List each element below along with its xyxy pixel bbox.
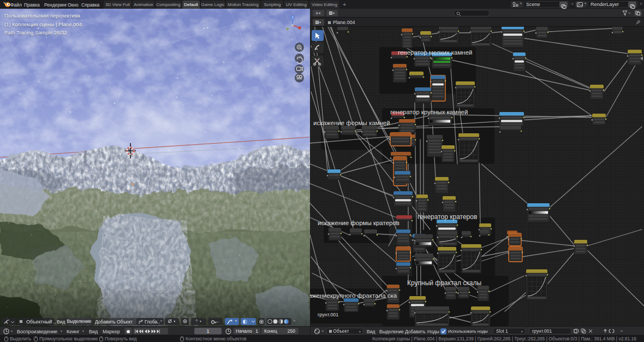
svg-text:кажениекрупного фрактала ска: кажениекрупного фрактала ска xyxy=(310,292,397,299)
svg-text:грунт.001: грунт.001 xyxy=(318,312,338,317)
svg-text:Z: Z xyxy=(291,16,293,19)
svg-text:генератор кратеров: генератор кратеров xyxy=(418,213,477,221)
svg-text:Крупный фрактал скалы: Крупный фрактал скалы xyxy=(407,279,481,287)
svg-text:генератор крупных камней: генератор крупных камней xyxy=(390,109,468,115)
svg-text:искажение формы кратеров: искажение формы кратеров xyxy=(318,220,399,226)
svg-text:искажение формы камней: искажение формы камней xyxy=(313,120,390,126)
svg-text:генератор мелких камней: генератор мелких камней xyxy=(398,49,473,56)
